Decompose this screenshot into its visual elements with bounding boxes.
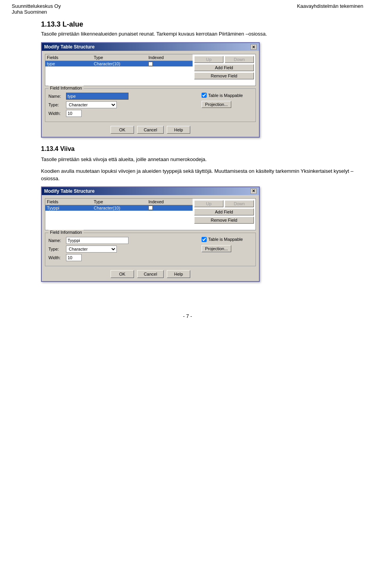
field-info-left: Name: Type: Character Width: — [48, 93, 198, 118]
dialog1-fields-table: Fields Type Indexed type Character(10) — [45, 54, 256, 86]
mappable2-checkbox[interactable] — [202, 237, 207, 242]
projection-button[interactable]: Projection... — [202, 101, 231, 108]
cancel-button[interactable]: Cancel — [137, 126, 164, 134]
type-row: Type: Character — [48, 101, 198, 108]
dialog2-bottom-buttons: OK Cancel Help — [45, 270, 256, 278]
section2-text2: Koodien avulla muutetaan lopuksi viivoje… — [41, 167, 363, 183]
dialog1-body: Fields Type Indexed type Character(10) — [42, 51, 259, 137]
field-info-legend: Field Information — [48, 86, 84, 90]
dialog2-window: Modify Table Structure ✕ Fields Type Ind… — [41, 186, 260, 282]
field2-type-cell: Character(10) — [94, 206, 148, 210]
field-info2-left: Name: Type: Character Width: — [48, 237, 198, 263]
table-row[interactable]: Tyyppi Character(10) — [45, 205, 193, 211]
width2-row: Width: — [48, 254, 198, 261]
author-name: Juha Suominen — [12, 9, 61, 15]
mappable-row: Table is Mappable — [202, 93, 243, 98]
table-row[interactable]: type Character(10) — [45, 61, 193, 66]
type2-select[interactable]: Character — [66, 246, 117, 253]
section1-text: Tasolle piirretään liikennealueiden puna… — [41, 31, 363, 37]
col-fields-label: Fields — [47, 55, 94, 60]
width2-label: Width: — [48, 255, 66, 260]
section2-title: 1.13.4 Viiva — [41, 145, 363, 152]
field-info2-right: Table is Mappable Projection... — [202, 237, 252, 263]
dialog1-fields-list: Fields Type Indexed type Character(10) — [45, 54, 193, 86]
dialog1-right-buttons: Up Down Add Field Remove Field — [193, 54, 255, 86]
field-info2-content: Name: Type: Character Width: — [48, 237, 252, 263]
remove-field-button[interactable]: Remove Field — [194, 72, 254, 79]
down-button[interactable]: Down — [225, 56, 254, 63]
field2-indexed-cell — [148, 206, 180, 210]
header-left: Suunnittelukeskus Oy Juha Suominen — [12, 3, 61, 15]
cancel2-button[interactable]: Cancel — [137, 270, 164, 278]
dialog1-window: Modify Table Structure ✕ Fields Type Ind… — [41, 42, 260, 138]
col2-indexed-label: Indexed — [148, 199, 180, 204]
projection2-button[interactable]: Projection... — [202, 245, 231, 252]
company-name: Suunnittelukeskus Oy — [12, 3, 61, 9]
ok2-button[interactable]: OK — [111, 270, 134, 278]
dialog2-right-buttons: Up Down Add Field Remove Field — [193, 199, 255, 230]
dialog2-body: Fields Type Indexed Tyyppi Character(10) — [42, 195, 259, 281]
type-select[interactable]: Character — [66, 101, 117, 108]
name2-input[interactable] — [66, 237, 129, 244]
mappable-label: Table is Mappable — [208, 93, 243, 98]
field-info-content: Name: Type: Character Width: — [48, 93, 252, 118]
name-label: Name: — [48, 94, 66, 99]
name2-label: Name: — [48, 238, 66, 243]
up2-button[interactable]: Up — [194, 200, 223, 207]
mappable2-label: Table is Mappable — [208, 237, 243, 242]
name-input[interactable] — [66, 93, 129, 100]
type2-row: Type: Character — [48, 246, 198, 253]
indexed-checkbox[interactable] — [148, 62, 153, 66]
field2-name-cell: Tyyppi — [47, 206, 94, 210]
dialog1-titlebar: Modify Table Structure ✕ — [42, 43, 259, 51]
dialog1-field-info: Field Information Name: Type: Character — [45, 88, 256, 122]
dialog1-bottom-buttons: OK Cancel Help — [45, 126, 256, 134]
type2-label: Type: — [48, 247, 66, 251]
remove-field2-button[interactable]: Remove Field — [194, 217, 254, 224]
width-row: Width: — [48, 110, 198, 117]
mappable-checkbox[interactable] — [202, 93, 207, 98]
dialog2-close-button[interactable]: ✕ — [250, 188, 257, 194]
ok-button[interactable]: OK — [111, 126, 134, 134]
mappable2-row: Table is Mappable — [202, 237, 243, 242]
field-info2-legend: Field Information — [48, 230, 84, 235]
width-label: Width: — [48, 111, 66, 116]
header-right: Kaavayhdistelmän tekeminen — [297, 3, 363, 15]
page-number: - 7 - — [183, 313, 192, 319]
type-label: Type: — [48, 102, 66, 107]
help2-button[interactable]: Help — [167, 270, 190, 278]
field-name-cell: type — [47, 61, 94, 66]
name-row: Name: — [48, 93, 198, 100]
col2-type-label: Type — [94, 199, 148, 204]
page-content: 1.13.3 L-alue Tasolle piirretään liikenn… — [0, 20, 375, 301]
dialog2-title: Modify Table Structure — [44, 188, 95, 194]
dialog1-fields-header: Fields Type Indexed — [45, 54, 193, 61]
help-button[interactable]: Help — [167, 126, 190, 134]
section1-title: 1.13.3 L-alue — [41, 20, 363, 29]
add-field-button[interactable]: Add Field — [194, 64, 254, 71]
indexed2-checkbox[interactable] — [148, 206, 153, 210]
field-indexed-cell — [148, 62, 180, 66]
field-type-cell: Character(10) — [94, 61, 148, 66]
col-indexed-label: Indexed — [148, 55, 180, 60]
col2-fields-label: Fields — [47, 199, 94, 204]
dialog1-title: Modify Table Structure — [44, 44, 95, 50]
col-type-label: Type — [94, 55, 148, 60]
up-button[interactable]: Up — [194, 56, 223, 63]
page-footer: - 7 - — [0, 313, 375, 319]
up-down-row: Up Down — [194, 56, 254, 63]
section2-text1: Tasolle piirretään sekä viivoja että alu… — [41, 156, 363, 163]
page-header: Suunnittelukeskus Oy Juha Suominen Kaava… — [0, 0, 375, 16]
dialog2-fields-list: Fields Type Indexed Tyyppi Character(10) — [45, 199, 193, 230]
dialog2-field-info: Field Information Name: Type: Character — [45, 233, 256, 266]
width2-input[interactable] — [66, 254, 82, 261]
dialog2-fields-table: Fields Type Indexed Tyyppi Character(10) — [45, 198, 256, 230]
field-info-right: Table is Mappable Projection... — [202, 93, 252, 118]
dialog1-close-button[interactable]: ✕ — [250, 44, 257, 50]
width-input[interactable] — [66, 110, 82, 117]
name2-row: Name: — [48, 237, 198, 244]
up-down-row2: Up Down — [194, 200, 254, 207]
add-field2-button[interactable]: Add Field — [194, 208, 254, 215]
down2-button[interactable]: Down — [225, 200, 254, 207]
dialog2-titlebar: Modify Table Structure ✕ — [42, 187, 259, 195]
